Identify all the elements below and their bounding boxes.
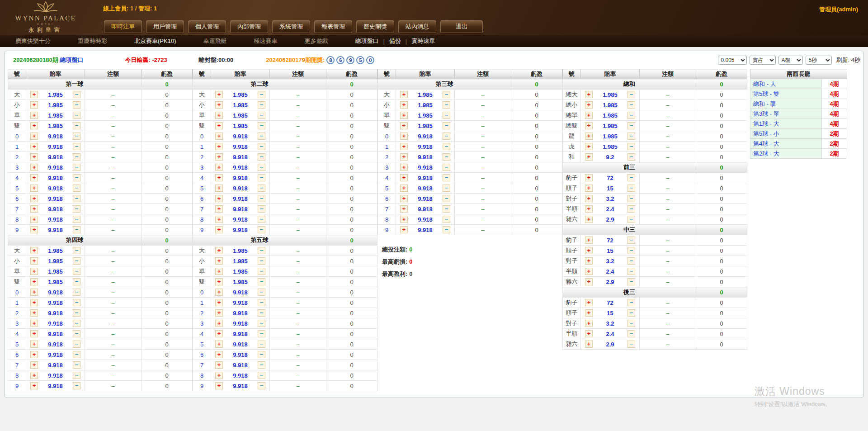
decrease-odds-button[interactable]: −: [258, 330, 265, 337]
increase-odds-button[interactable]: +: [585, 101, 593, 109]
decrease-odds-button[interactable]: −: [258, 143, 265, 150]
decrease-odds-button[interactable]: −: [73, 372, 80, 379]
decrease-odds-button[interactable]: −: [258, 361, 265, 369]
odds-unit-select[interactable]: 0.005: [718, 56, 747, 65]
increase-odds-button[interactable]: +: [400, 226, 408, 233]
increase-odds-button[interactable]: +: [585, 299, 593, 306]
increase-odds-button[interactable]: +: [400, 112, 408, 119]
decrease-odds-button[interactable]: −: [258, 185, 265, 192]
tab-report-management[interactable]: 報表管理: [314, 20, 352, 33]
increase-odds-button[interactable]: +: [30, 382, 38, 389]
decrease-odds-button[interactable]: −: [73, 309, 80, 317]
decrease-odds-button[interactable]: −: [73, 247, 80, 254]
increase-odds-button[interactable]: +: [400, 122, 408, 129]
decrease-odds-button[interactable]: −: [73, 185, 80, 192]
increase-odds-button[interactable]: +: [215, 91, 223, 98]
link-total-board[interactable]: 總項盤口: [355, 37, 378, 45]
tab-site-messages[interactable]: 站內消息: [398, 20, 436, 33]
decrease-odds-button[interactable]: −: [73, 164, 80, 171]
tab-personal-management[interactable]: 個人管理: [188, 20, 226, 33]
game-speed-racing[interactable]: 極速賽車: [254, 37, 277, 45]
decrease-odds-button[interactable]: −: [73, 174, 80, 181]
increase-odds-button[interactable]: +: [30, 216, 38, 223]
increase-odds-button[interactable]: +: [400, 185, 408, 192]
increase-odds-button[interactable]: +: [585, 341, 593, 348]
decrease-odds-button[interactable]: −: [258, 247, 265, 254]
increase-odds-button[interactable]: +: [30, 247, 38, 254]
decrease-odds-button[interactable]: −: [627, 237, 635, 244]
increase-odds-button[interactable]: +: [215, 122, 223, 129]
decrease-odds-button[interactable]: −: [443, 164, 450, 171]
decrease-odds-button[interactable]: −: [443, 133, 450, 140]
decrease-odds-button[interactable]: −: [73, 112, 80, 119]
increase-odds-button[interactable]: +: [30, 361, 38, 369]
tab-user-management[interactable]: 用戶管理: [146, 20, 184, 33]
increase-odds-button[interactable]: +: [30, 341, 38, 348]
increase-odds-button[interactable]: +: [585, 268, 593, 275]
decrease-odds-button[interactable]: −: [627, 143, 635, 150]
decrease-odds-button[interactable]: −: [73, 133, 80, 140]
tab-history-draws[interactable]: 歷史開獎: [356, 20, 394, 33]
increase-odds-button[interactable]: +: [400, 164, 408, 171]
decrease-odds-button[interactable]: −: [627, 101, 635, 109]
decrease-odds-button[interactable]: −: [443, 101, 450, 109]
increase-odds-button[interactable]: +: [585, 320, 593, 327]
increase-odds-button[interactable]: +: [400, 216, 408, 223]
dragon-bet-name[interactable]: 第5球 - 雙: [750, 89, 822, 99]
increase-odds-button[interactable]: +: [215, 361, 223, 369]
decrease-odds-button[interactable]: −: [627, 205, 635, 213]
decrease-odds-button[interactable]: −: [73, 351, 80, 358]
increase-odds-button[interactable]: +: [400, 133, 408, 140]
decrease-odds-button[interactable]: −: [258, 205, 265, 213]
decrease-odds-button[interactable]: −: [73, 320, 80, 327]
increase-odds-button[interactable]: +: [585, 122, 593, 129]
increase-odds-button[interactable]: +: [30, 164, 38, 171]
decrease-odds-button[interactable]: −: [627, 122, 635, 129]
decrease-odds-button[interactable]: −: [627, 320, 635, 327]
decrease-odds-button[interactable]: −: [73, 289, 80, 296]
increase-odds-button[interactable]: +: [215, 195, 223, 202]
decrease-odds-button[interactable]: −: [627, 112, 635, 119]
decrease-odds-button[interactable]: −: [258, 351, 265, 358]
decrease-odds-button[interactable]: −: [258, 101, 265, 109]
decrease-odds-button[interactable]: −: [258, 122, 265, 129]
decrease-odds-button[interactable]: −: [258, 257, 265, 265]
decrease-odds-button[interactable]: −: [258, 112, 265, 119]
decrease-odds-button[interactable]: −: [443, 205, 450, 213]
increase-odds-button[interactable]: +: [215, 226, 223, 233]
decrease-odds-button[interactable]: −: [443, 153, 450, 161]
increase-odds-button[interactable]: +: [585, 247, 593, 254]
increase-odds-button[interactable]: +: [30, 185, 38, 192]
increase-odds-button[interactable]: +: [215, 309, 223, 317]
increase-odds-button[interactable]: +: [215, 164, 223, 171]
decrease-odds-button[interactable]: −: [627, 247, 635, 254]
decrease-odds-button[interactable]: −: [627, 299, 635, 306]
increase-odds-button[interactable]: +: [30, 299, 38, 306]
increase-odds-button[interactable]: +: [30, 278, 38, 285]
increase-odds-button[interactable]: +: [30, 289, 38, 296]
decrease-odds-button[interactable]: −: [258, 268, 265, 275]
link-backup[interactable]: 備份: [389, 37, 401, 45]
decrease-odds-button[interactable]: −: [73, 205, 80, 213]
decrease-odds-button[interactable]: −: [258, 309, 265, 317]
decrease-odds-button[interactable]: −: [627, 268, 635, 275]
decrease-odds-button[interactable]: −: [627, 330, 635, 337]
increase-odds-button[interactable]: +: [400, 205, 408, 213]
increase-odds-button[interactable]: +: [400, 195, 408, 202]
decrease-odds-button[interactable]: −: [73, 299, 80, 306]
increase-odds-button[interactable]: +: [585, 133, 593, 140]
increase-odds-button[interactable]: +: [585, 195, 593, 202]
game-lucky-airship[interactable]: 幸運飛艇: [203, 37, 226, 45]
increase-odds-button[interactable]: +: [215, 289, 223, 296]
increase-odds-button[interactable]: +: [30, 320, 38, 327]
decrease-odds-button[interactable]: −: [443, 112, 450, 119]
decrease-odds-button[interactable]: −: [73, 195, 80, 202]
refresh-interval-select[interactable]: 5秒: [806, 56, 832, 65]
decrease-odds-button[interactable]: −: [443, 226, 450, 233]
increase-odds-button[interactable]: +: [585, 143, 593, 150]
decrease-odds-button[interactable]: −: [258, 226, 265, 233]
increase-odds-button[interactable]: +: [400, 153, 408, 161]
decrease-odds-button[interactable]: −: [258, 164, 265, 171]
increase-odds-button[interactable]: +: [30, 112, 38, 119]
decrease-odds-button[interactable]: −: [258, 372, 265, 379]
